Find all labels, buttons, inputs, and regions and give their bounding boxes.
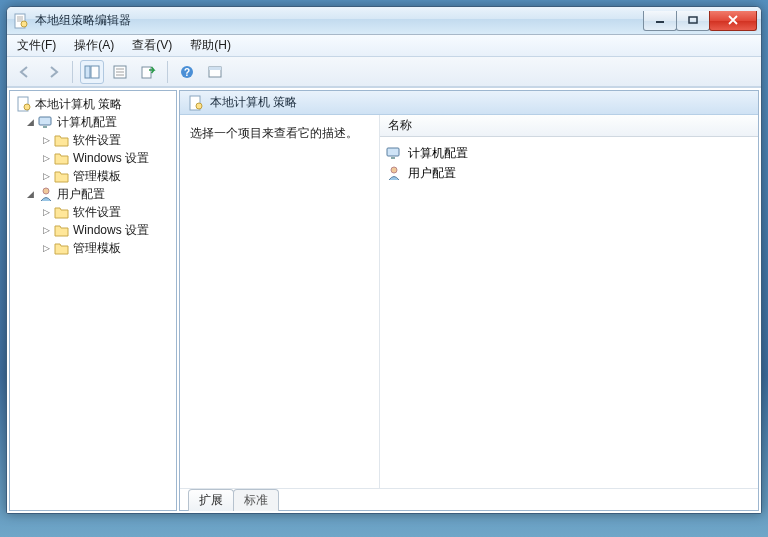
policy-icon: [188, 95, 204, 111]
menubar: 文件(F) 操作(A) 查看(V) 帮助(H): [7, 35, 761, 57]
svg-rect-8: [91, 66, 99, 78]
gpedit-window: 本地组策略编辑器 文件(F) 操作(A) 查看(V) 帮助(H): [6, 6, 762, 514]
svg-point-19: [24, 104, 30, 110]
minimize-button[interactable]: [643, 11, 677, 31]
folder-icon: [54, 240, 70, 256]
policy-icon: [16, 96, 32, 112]
tree-node-software[interactable]: ▷ 软件设置: [12, 131, 174, 149]
description-column: 选择一个项目来查看它的描述。: [180, 115, 380, 488]
svg-rect-17: [209, 67, 221, 70]
details-header-title: 本地计算机 策略: [210, 94, 297, 111]
show-tree-button[interactable]: [80, 60, 104, 84]
expand-icon[interactable]: ▷: [42, 207, 51, 217]
computer-icon: [38, 114, 54, 130]
expand-icon[interactable]: ▷: [42, 153, 51, 163]
properties-button[interactable]: [108, 60, 132, 84]
toolbar: ?: [7, 57, 761, 87]
forward-button[interactable]: [41, 60, 65, 84]
tree-pane[interactable]: 本地计算机 策略 ◢ 计算机配置 ▷ 软件设置 ▷ Wi: [9, 90, 177, 511]
menu-help[interactable]: 帮助(H): [186, 35, 235, 56]
menu-file[interactable]: 文件(F): [13, 35, 60, 56]
tree-node-label: 管理模板: [73, 240, 121, 257]
tree-node-computer[interactable]: ◢ 计算机配置: [12, 113, 174, 131]
tree-node-software[interactable]: ▷ 软件设置: [12, 203, 174, 221]
svg-rect-26: [391, 157, 395, 159]
list-item-label: 计算机配置: [408, 145, 468, 162]
app-icon: [13, 13, 29, 29]
titlebar[interactable]: 本地组策略编辑器: [7, 7, 761, 35]
filter-button[interactable]: [203, 60, 227, 84]
column-header-name[interactable]: 名称: [380, 115, 758, 137]
tree-node-windows[interactable]: ▷ Windows 设置: [12, 221, 174, 239]
tree-node-templates[interactable]: ▷ 管理模板: [12, 167, 174, 185]
collapse-icon[interactable]: ◢: [26, 117, 35, 127]
expand-icon[interactable]: ▷: [42, 225, 51, 235]
close-button[interactable]: [709, 11, 757, 31]
folder-icon: [54, 168, 70, 184]
tree-node-label: Windows 设置: [73, 222, 149, 239]
export-button[interactable]: [136, 60, 160, 84]
svg-point-4: [21, 21, 27, 27]
tree-node-label: 管理模板: [73, 168, 121, 185]
details-header: 本地计算机 策略: [180, 91, 758, 115]
svg-rect-5: [656, 21, 664, 23]
tree-node-label: 用户配置: [57, 186, 105, 203]
details-pane: 本地计算机 策略 选择一个项目来查看它的描述。 名称 计算机: [179, 90, 759, 511]
list-items: 计算机配置 用户配置: [380, 137, 758, 189]
expand-icon[interactable]: ▷: [42, 135, 51, 145]
tree-node-label: 本地计算机 策略: [35, 96, 122, 113]
user-icon: [38, 186, 54, 202]
toolbar-separator: [167, 61, 168, 83]
list-item-user[interactable]: 用户配置: [386, 163, 752, 183]
svg-rect-7: [85, 66, 90, 78]
folder-icon: [54, 150, 70, 166]
tree: 本地计算机 策略 ◢ 计算机配置 ▷ 软件设置 ▷ Wi: [10, 91, 176, 261]
tree-node-templates[interactable]: ▷ 管理模板: [12, 239, 174, 257]
computer-icon: [386, 145, 402, 161]
user-icon: [386, 165, 402, 181]
maximize-button[interactable]: [676, 11, 710, 31]
tabs-strip: 扩展 标准: [180, 488, 758, 510]
tree-node-user[interactable]: ◢ 用户配置: [12, 185, 174, 203]
folder-icon: [54, 132, 70, 148]
svg-point-24: [196, 103, 202, 109]
tree-root-node[interactable]: 本地计算机 策略: [12, 95, 174, 113]
folder-icon: [54, 204, 70, 220]
description-prompt: 选择一个项目来查看它的描述。: [190, 126, 358, 140]
menu-action[interactable]: 操作(A): [70, 35, 118, 56]
svg-rect-13: [142, 67, 151, 78]
tab-label: 标准: [244, 493, 268, 507]
window-buttons: [644, 11, 757, 31]
expand-icon[interactable]: ▷: [42, 171, 51, 181]
tree-node-label: 软件设置: [73, 132, 121, 149]
collapse-icon[interactable]: ◢: [26, 189, 35, 199]
list-item-computer[interactable]: 计算机配置: [386, 143, 752, 163]
content-area: 本地计算机 策略 ◢ 计算机配置 ▷ 软件设置 ▷ Wi: [7, 87, 761, 513]
tree-node-windows[interactable]: ▷ Windows 设置: [12, 149, 174, 167]
column-header-label: 名称: [388, 117, 412, 134]
svg-rect-25: [387, 148, 399, 156]
svg-rect-20: [39, 117, 51, 125]
tree-node-label: 计算机配置: [57, 114, 117, 131]
tab-standard[interactable]: 标准: [233, 489, 279, 511]
back-button[interactable]: [13, 60, 37, 84]
svg-point-22: [43, 188, 49, 194]
details-body: 选择一个项目来查看它的描述。 名称 计算机配置: [180, 115, 758, 488]
item-list: 名称 计算机配置 用户配置: [380, 115, 758, 488]
help-button[interactable]: ?: [175, 60, 199, 84]
svg-text:?: ?: [184, 67, 190, 78]
window-title: 本地组策略编辑器: [35, 12, 644, 29]
toolbar-separator: [72, 61, 73, 83]
svg-rect-21: [43, 126, 47, 128]
svg-rect-6: [689, 17, 697, 23]
menu-view[interactable]: 查看(V): [128, 35, 176, 56]
tab-label: 扩展: [199, 493, 223, 507]
tree-node-label: 软件设置: [73, 204, 121, 221]
svg-point-27: [391, 167, 397, 173]
tab-extended[interactable]: 扩展: [188, 489, 234, 511]
expand-icon[interactable]: ▷: [42, 243, 51, 253]
list-item-label: 用户配置: [408, 165, 456, 182]
tree-node-label: Windows 设置: [73, 150, 149, 167]
folder-icon: [54, 222, 70, 238]
